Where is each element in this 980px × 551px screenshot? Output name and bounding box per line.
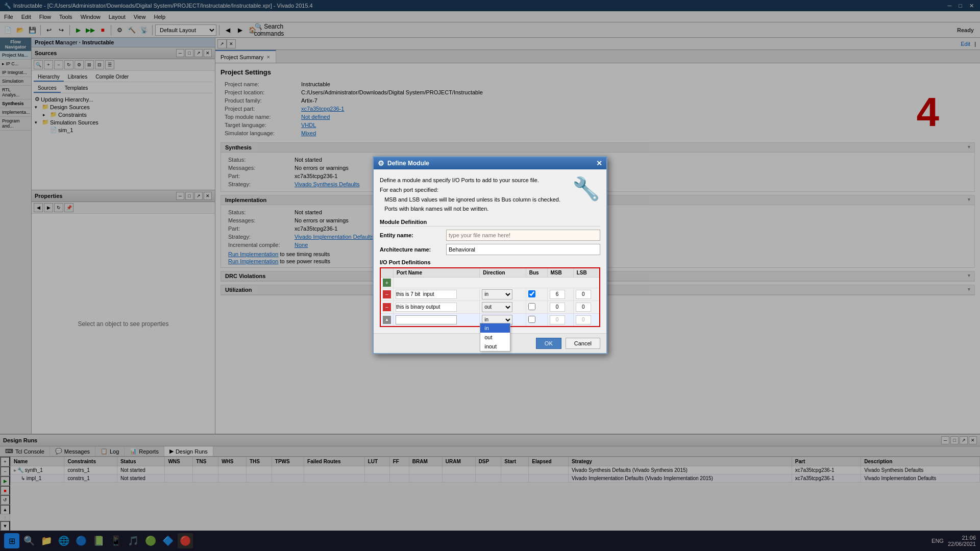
io-row-1: − in out inout (380, 288, 600, 300)
io-row-2: − in out inout (380, 300, 600, 313)
msb-1[interactable] (550, 290, 565, 299)
port-name-1[interactable] (396, 290, 457, 299)
io-row-add: + (380, 277, 600, 288)
io-row1-lsb (573, 288, 600, 300)
modal-title: Define Module (387, 160, 429, 167)
io-row2-msb (547, 300, 573, 313)
io-col-msb: MSB (547, 268, 573, 278)
modal-body: Define a module and specify I/O Ports to… (374, 169, 606, 333)
io-col-port: Port Name (394, 268, 480, 278)
io-row1-msb (547, 288, 573, 300)
io-col-lsb: LSB (573, 268, 600, 278)
io-row2-ctrl: − (380, 300, 394, 313)
lsb-2[interactable] (576, 303, 591, 312)
io-header-row: Port Name Direction Bus MSB LSB (380, 268, 600, 278)
entity-name-label: Entity name: (380, 232, 446, 238)
io-row1-dir: in out inout (480, 288, 526, 300)
io-row2-lsb (573, 300, 600, 313)
add-btn-cell: + (380, 277, 394, 288)
modal-description-area: Define a module and specify I/O Ports to… (380, 176, 600, 214)
modal-title-left: ⚙ Define Module (378, 159, 429, 167)
io-row3-bus (526, 313, 547, 327)
msb-3[interactable] (550, 315, 565, 324)
io-row-3: ▲ in out inout (380, 313, 600, 327)
ok-btn[interactable]: OK (536, 338, 561, 349)
modal-title-bar: ⚙ Define Module ✕ (374, 157, 606, 169)
msb-2[interactable] (550, 303, 565, 312)
arch-name-input[interactable] (446, 244, 600, 255)
io-row3-dir: in out inout in out inout (480, 313, 526, 327)
option-in[interactable]: in (480, 323, 510, 333)
cancel-btn[interactable]: Cancel (566, 338, 600, 349)
direction-dropdown-popup: in out inout (480, 323, 510, 352)
io-row2-dir: in out inout (480, 300, 526, 313)
port-name-2[interactable] (396, 303, 457, 312)
entity-name-row: Entity name: (380, 230, 600, 241)
option-inout[interactable]: inout (480, 342, 510, 351)
add-port-label (394, 277, 600, 288)
io-row1-bus (526, 288, 547, 300)
io-row2-bus (526, 300, 547, 313)
direction-select-2[interactable]: in out inout (482, 302, 512, 312)
add-port-btn[interactable]: + (383, 279, 391, 287)
remove-port-2-btn[interactable]: − (383, 303, 391, 311)
option-out[interactable]: out (480, 333, 510, 342)
io-row3-msb (547, 313, 573, 327)
module-def-title: Module Definition (380, 219, 600, 227)
io-port-title: I/O Port Definitions (380, 259, 600, 265)
io-row1-name (394, 288, 480, 300)
bus-check-2[interactable] (528, 303, 535, 310)
move-up-btn[interactable]: ▲ (383, 316, 391, 324)
modal-description: Define a module and specify I/O Ports to… (380, 176, 568, 214)
bus-check-1[interactable] (528, 290, 535, 297)
modal-close-btn[interactable]: ✕ (596, 159, 602, 167)
lsb-3[interactable] (576, 315, 591, 324)
define-module-dialog: ⚙ Define Module ✕ Define a module and sp… (373, 156, 607, 354)
entity-name-input[interactable] (446, 230, 600, 241)
io-table: Port Name Direction Bus MSB LSB + (380, 267, 600, 327)
io-row3-ctrl: ▲ (380, 313, 394, 327)
io-row2-name (394, 300, 480, 313)
io-col-direction: Direction (480, 268, 526, 278)
io-col-btn (380, 268, 394, 278)
dialog-icon: ⚙ (378, 159, 384, 167)
io-port-area: Port Name Direction Bus MSB LSB + (380, 267, 600, 327)
bus-check-3[interactable] (528, 316, 535, 323)
io-row1-ctrl: − (380, 288, 394, 300)
io-col-bus: Bus (526, 268, 547, 278)
remove-port-1-btn[interactable]: − (383, 290, 391, 298)
port-name-3[interactable] (396, 315, 457, 324)
io-row3-name (394, 313, 480, 327)
arch-name-label: Architecture name: (380, 246, 446, 253)
lsb-1[interactable] (576, 290, 591, 299)
arch-name-row: Architecture name: (380, 244, 600, 255)
vivado-logo: 🔧 (572, 176, 600, 214)
io-row3-lsb (573, 313, 600, 327)
modal-overlay: ⚙ Define Module ✕ Define a module and sp… (0, 0, 980, 551)
direction-select-1[interactable]: in out inout (482, 289, 512, 299)
